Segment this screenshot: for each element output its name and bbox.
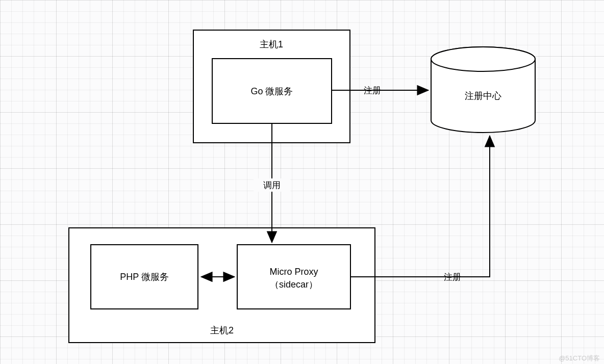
edge-proxy-to-registry-label: 注册 <box>444 272 461 282</box>
host1-title: 主机1 <box>260 39 283 49</box>
edge-go-to-registry-label: 注册 <box>364 86 381 95</box>
watermark: @51CTO博客 <box>559 354 600 363</box>
php-service-box: PHP 微服务 <box>91 245 198 309</box>
micro-proxy-box: Micro Proxy （sidecar） <box>237 245 350 309</box>
edge-go-to-proxy-label: 调用 <box>263 180 281 190</box>
go-service-label: Go 微服务 <box>250 86 293 96</box>
svg-point-5 <box>431 47 535 71</box>
registry-label: 注册中心 <box>465 91 501 101</box>
svg-rect-4 <box>237 245 350 309</box>
registry-cylinder: 注册中心 <box>431 47 535 133</box>
diagram-canvas: 主机1 Go 微服务 主机2 PHP 微服务 Micro Proxy （side… <box>0 0 604 364</box>
micro-proxy-label-2: （sidecar） <box>270 279 318 290</box>
micro-proxy-label-1: Micro Proxy <box>269 267 318 277</box>
host2-title: 主机2 <box>210 325 234 335</box>
php-service-label: PHP 微服务 <box>120 272 169 282</box>
go-service-box: Go 微服务 <box>212 59 332 123</box>
